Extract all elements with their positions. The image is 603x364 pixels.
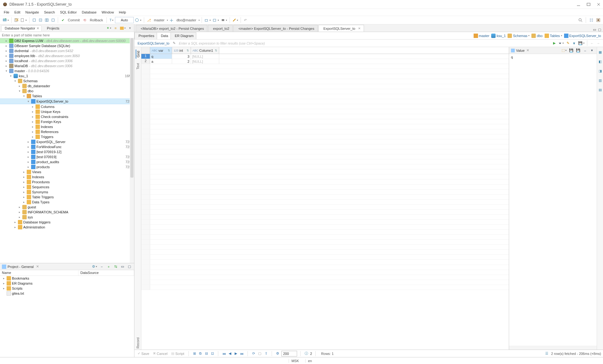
prev-page-icon[interactable]: ◀ [227,351,232,356]
twisty-icon[interactable]: ▸ [2,282,6,285]
twisty-icon[interactable]: ▸ [31,110,35,113]
perspective-button[interactable] [595,17,601,23]
twisty-icon[interactable]: ▸ [18,206,21,209]
tree-node[interactable]: ▸employee.fdb - db2.dev.dbeaver.com:3050 [0,53,134,58]
panel-toggle-4[interactable]: ▥ [597,77,603,83]
next-page-icon[interactable]: ▶ [233,351,238,356]
tree-filter-input[interactable] [0,32,134,38]
tree-node[interactable]: ▸Administration [0,225,134,230]
sql-editor-dropdown[interactable] [20,17,27,23]
menu-edit[interactable]: Edit [12,9,23,15]
run-filter-button[interactable]: ▶ [551,40,557,46]
menu-search[interactable]: Search [41,9,57,15]
value-scrollbar[interactable] [509,346,597,350]
tree-node[interactable]: ▸db_datareader [0,83,134,88]
export-button[interactable] [204,17,211,23]
tree-node[interactable]: ▸guest [0,205,134,210]
project-node[interactable]: ▸ER Diagrams [0,281,134,286]
close-icon[interactable]: ✕ [526,48,529,52]
grid-cell[interactable]: q [150,54,172,59]
tree-node[interactable]: ▸Indexes [0,174,134,179]
data-grid[interactable]: ABCvar⇅123int⇅ABCColumn1⇅ 1q3[NULL]2a2[N… [141,47,509,350]
status-timezone[interactable]: MSK [289,359,302,363]
twisty-icon[interactable]: ▸ [22,175,26,179]
export-icon[interactable]: ⇪ [263,351,269,356]
twisty-icon[interactable]: ▸ [31,115,35,118]
tx-auto-select[interactable]: Auto [115,17,134,23]
print-button[interactable] [220,17,228,23]
twisty-icon[interactable]: ▸ [18,211,21,214]
project-tree[interactable]: ▸Bookmarks▸ER Diagrams▸Scriptsgitea.txt [0,276,134,357]
twisty-icon[interactable]: ▸ [22,185,26,189]
twisty-icon[interactable]: ▾ [9,74,13,78]
twisty-icon[interactable]: ▸ [22,170,26,174]
project-node[interactable]: ▸Scripts [0,286,134,291]
database-tree[interactable]: ▸DB2 Express LUW - db4.dev.dbeaver.com -… [0,38,134,263]
subtab-er[interactable]: ER Diagram [171,32,196,39]
twisty-icon[interactable]: ▸ [31,135,35,138]
chevron-down-icon[interactable]: ▾ [198,19,200,22]
grid-col-header[interactable]: 123int⇅ [172,47,191,54]
sort-icon[interactable]: ⇅ [168,49,170,52]
mode-grid[interactable]: Grid [136,50,140,59]
value-save2-button[interactable]: 💾 [575,47,581,54]
tree-filter[interactable] [0,32,134,38]
stop-icon[interactable]: ▢ [257,351,262,356]
grid-col-header[interactable]: ABCvar⇅ [150,47,172,54]
menu-sql-editor[interactable]: SQL Editor [57,9,79,15]
tree-node[interactable]: ▸[test 070919-12] [0,149,134,154]
close-icon[interactable]: ✕ [36,26,39,30]
maximize-view-icon[interactable]: ▢ [598,28,601,32]
twisty-icon[interactable]: ▾ [18,89,21,93]
twisty-icon[interactable]: ▸ [22,195,26,199]
project-tab[interactable]: Project - General ✕ [2,265,39,269]
editor-tab[interactable]: <MariaDB> export_to2 - Persist Changes [136,25,207,32]
fetch-size-input[interactable]: 200 [281,351,297,356]
new-sql-button[interactable]: SQL [14,17,19,23]
refresh-icon[interactable]: ⟳ [251,351,256,356]
twisty-icon[interactable]: ▸ [26,155,30,158]
tree-node[interactable]: ▸Views [0,169,134,174]
panel-toggle-2[interactable]: ◧ [597,58,603,65]
tree-node[interactable]: ▾dbo [0,88,134,94]
nav-config-button[interactable]: ✦ [106,25,112,31]
twisty-icon[interactable]: ▸ [13,221,17,224]
project-link-button[interactable]: ⇆ [113,264,118,270]
tree-node[interactable]: ▸Synonyms [0,190,134,195]
project-gear-button[interactable]: ⚙ [91,264,98,270]
commit-label[interactable]: Commit [66,18,81,22]
menu-window[interactable]: Window [99,9,116,15]
twisty-icon[interactable]: ▸ [26,145,30,148]
row-pos-icon[interactable]: ⓘ [304,351,309,356]
menu-file[interactable]: File [1,9,12,15]
grid-cell[interactable]: [NULL] [191,59,219,64]
data-tablename[interactable]: ExportSQLServer_to [136,41,170,45]
close-icon[interactable]: ✕ [358,27,361,30]
project-node[interactable]: gitea.txt [0,291,134,296]
crumb-ksu1[interactable]: ksu_1 [491,34,506,38]
tree-node[interactable]: ▸dvdrental - db3.dev.dbeaver.com:5432 [0,48,134,53]
tx-mode-dropdown[interactable]: T [109,17,114,23]
twisty-icon[interactable]: ▾ [13,79,17,83]
tx-button-2[interactable] [38,17,43,23]
crumb-table[interactable]: ExportSQLServer_to [564,34,601,38]
panel-toggle-3[interactable]: ◨ [597,68,603,74]
status-lang[interactable]: en [305,359,314,363]
panel-toggle-5[interactable]: ▤ [597,87,603,93]
close-icon[interactable]: ✕ [36,265,39,269]
twisty-icon[interactable]: ▸ [2,277,6,280]
twisty-icon[interactable]: ▸ [4,49,8,52]
filter-history-button[interactable]: ⏷ [558,40,564,46]
twisty-icon[interactable]: ▸ [26,140,30,143]
tree-node[interactable]: ▸Unique Keys [0,109,134,114]
grid-cell[interactable]: a [150,59,172,64]
twisty-icon[interactable]: ▸ [26,150,30,153]
row-number[interactable]: 1 [141,54,150,59]
twisty-icon[interactable]: ▸ [31,120,35,123]
tree-node[interactable]: ▸Database triggers [0,220,134,225]
save-button[interactable]: ✔Save [136,351,150,356]
tree-node[interactable]: ▸[test 070919]72K [0,154,134,159]
close-button[interactable] [597,3,600,6]
mode-record[interactable]: Record [136,336,140,350]
minimize-view-icon[interactable]: ▭ [593,28,596,32]
